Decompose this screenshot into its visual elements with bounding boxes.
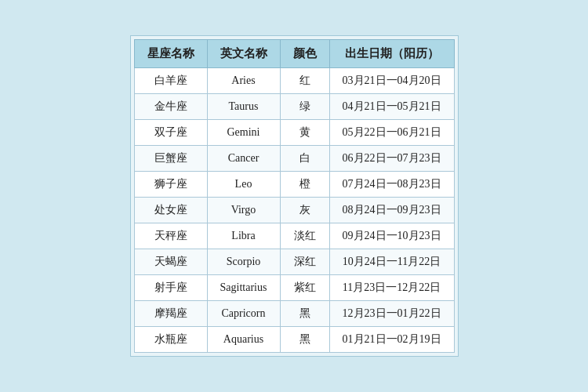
cell-english-name: Taurus xyxy=(207,94,280,120)
cell-english-name: Virgo xyxy=(207,198,280,223)
cell-dates: 03月21日一04月20日 xyxy=(329,68,454,94)
cell-chinese-name: 天秤座 xyxy=(134,223,207,249)
table-row: 天秤座Libra淡红09月24日一10月23日 xyxy=(134,223,454,249)
table-row: 狮子座Leo橙07月24日一08月23日 xyxy=(134,172,454,198)
cell-chinese-name: 射手座 xyxy=(134,275,207,301)
cell-english-name: Capricorn xyxy=(207,301,280,327)
cell-chinese-name: 白羊座 xyxy=(134,68,207,94)
cell-english-name: Aquarius xyxy=(207,327,280,353)
zodiac-table: 星座名称 英文名称 颜色 出生日期（阳历） 白羊座Aries红03月21日一04… xyxy=(134,39,455,353)
table-row: 双子座Gemini黄05月22日一06月21日 xyxy=(134,120,454,146)
cell-dates: 11月23日一12月22日 xyxy=(329,275,454,301)
cell-color: 白 xyxy=(280,146,329,172)
cell-english-name: Scorpio xyxy=(207,249,280,275)
cell-dates: 10月24日一11月22日 xyxy=(329,249,454,275)
table-row: 处女座Virgo灰08月24日一09月23日 xyxy=(134,198,454,223)
table-row: 白羊座Aries红03月21日一04月20日 xyxy=(134,68,454,94)
cell-chinese-name: 处女座 xyxy=(134,198,207,223)
cell-english-name: Cancer xyxy=(207,146,280,172)
cell-dates: 09月24日一10月23日 xyxy=(329,223,454,249)
cell-english-name: Sagittarius xyxy=(207,275,280,301)
cell-dates: 07月24日一08月23日 xyxy=(329,172,454,198)
cell-english-name: Aries xyxy=(207,68,280,94)
cell-dates: 04月21日一05月21日 xyxy=(329,94,454,120)
table-row: 水瓶座Aquarius黑01月21日一02月19日 xyxy=(134,327,454,353)
cell-color: 灰 xyxy=(280,198,329,223)
cell-dates: 05月22日一06月21日 xyxy=(329,120,454,146)
table-row: 天蝎座Scorpio深红10月24日一11月22日 xyxy=(134,249,454,275)
cell-color: 绿 xyxy=(280,94,329,120)
cell-english-name: Gemini xyxy=(207,120,280,146)
header-color: 颜色 xyxy=(280,40,329,68)
cell-dates: 08月24日一09月23日 xyxy=(329,198,454,223)
table-header-row: 星座名称 英文名称 颜色 出生日期（阳历） xyxy=(134,40,454,68)
cell-chinese-name: 双子座 xyxy=(134,120,207,146)
cell-color: 黑 xyxy=(280,327,329,353)
table-row: 巨蟹座Cancer白06月22日一07月23日 xyxy=(134,146,454,172)
header-english-name: 英文名称 xyxy=(207,40,280,68)
table-row: 金牛座Taurus绿04月21日一05月21日 xyxy=(134,94,454,120)
cell-dates: 06月22日一07月23日 xyxy=(329,146,454,172)
cell-english-name: Leo xyxy=(207,172,280,198)
table-row: 摩羯座Capricorn黑12月23日一01月22日 xyxy=(134,301,454,327)
cell-color: 橙 xyxy=(280,172,329,198)
cell-color: 紫红 xyxy=(280,275,329,301)
cell-color: 红 xyxy=(280,68,329,94)
cell-dates: 01月21日一02月19日 xyxy=(329,327,454,353)
cell-color: 深红 xyxy=(280,249,329,275)
cell-chinese-name: 天蝎座 xyxy=(134,249,207,275)
header-chinese-name: 星座名称 xyxy=(134,40,207,68)
zodiac-table-container: 星座名称 英文名称 颜色 出生日期（阳历） 白羊座Aries红03月21日一04… xyxy=(130,35,459,357)
cell-chinese-name: 摩羯座 xyxy=(134,301,207,327)
header-dates: 出生日期（阳历） xyxy=(329,40,454,68)
cell-chinese-name: 水瓶座 xyxy=(134,327,207,353)
cell-color: 黄 xyxy=(280,120,329,146)
cell-chinese-name: 狮子座 xyxy=(134,172,207,198)
cell-chinese-name: 巨蟹座 xyxy=(134,146,207,172)
cell-color: 淡红 xyxy=(280,223,329,249)
cell-chinese-name: 金牛座 xyxy=(134,94,207,120)
table-row: 射手座Sagittarius紫红11月23日一12月22日 xyxy=(134,275,454,301)
table-body: 白羊座Aries红03月21日一04月20日金牛座Taurus绿04月21日一0… xyxy=(134,68,454,353)
cell-color: 黑 xyxy=(280,301,329,327)
cell-dates: 12月23日一01月22日 xyxy=(329,301,454,327)
cell-english-name: Libra xyxy=(207,223,280,249)
